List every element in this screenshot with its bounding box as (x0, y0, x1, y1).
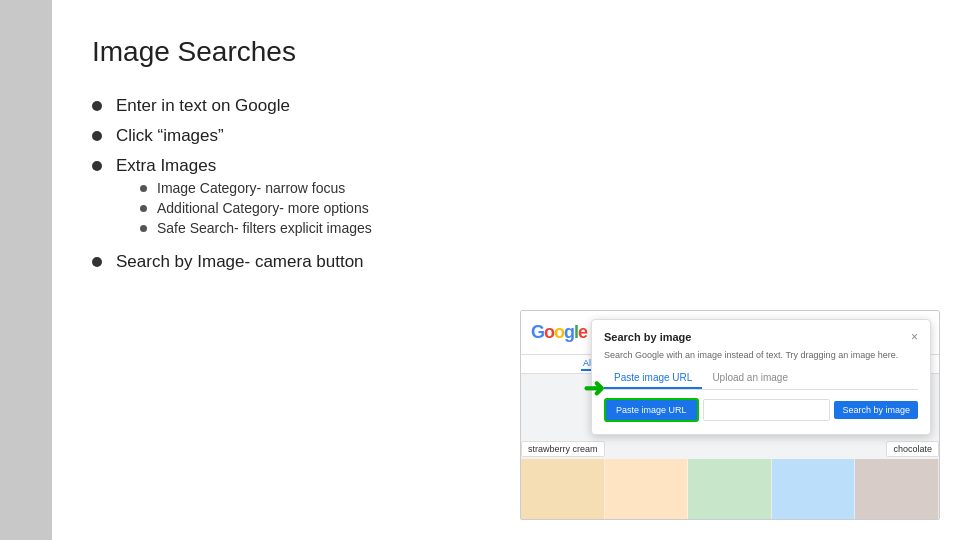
strip-seg-4 (772, 459, 856, 519)
page-title: Image Searches (92, 36, 920, 68)
list-item-2: Click “images” (92, 126, 920, 146)
list-item-3: Extra Images Image Category- narrow focu… (92, 156, 920, 242)
sub-text-1: Image Category- narrow focus (157, 180, 345, 196)
sub-list-item-2: Additional Category- more options (140, 200, 372, 216)
list-item-1: Enter in text on Google (92, 96, 920, 116)
sub-bullet-list: Image Category- narrow focus Additional … (140, 180, 372, 236)
strip-seg-2 (605, 459, 689, 519)
popup-title: Search by image (604, 331, 691, 343)
extra-images-group: Extra Images Image Category- narrow focu… (116, 156, 372, 242)
google-mock: Google strawberry cream All Images News … (521, 311, 939, 519)
popup-tabs: Paste image URL Upload an image (604, 368, 918, 390)
bullet-text-2: Click “images” (116, 126, 224, 146)
strip-seg-1 (521, 459, 605, 519)
strawberry-cream-label: strawberry cream (521, 441, 605, 457)
sub-list-item-3: Safe Search- filters explicit images (140, 220, 372, 236)
chocolate-label: chocolate (886, 441, 939, 457)
paste-image-url-button[interactable]: Paste image URL (604, 398, 699, 422)
sub-dot-2 (140, 205, 147, 212)
bullet-dot-4 (92, 257, 102, 267)
url-input[interactable] (703, 399, 831, 421)
tab-upload-image[interactable]: Upload an image (702, 368, 798, 389)
strip-seg-5 (855, 459, 939, 519)
main-bullet-list: Enter in text on Google Click “images” E… (92, 96, 920, 272)
sub-dot-1 (140, 185, 147, 192)
popup-header: Search by image × (604, 330, 918, 344)
search-by-image-button[interactable]: Search by image (834, 401, 918, 419)
bullet-text-3: Extra Images (116, 156, 216, 175)
sub-text-3: Safe Search- filters explicit images (157, 220, 372, 236)
sub-dot-3 (140, 225, 147, 232)
strawberry-label-text: strawberry cream (528, 444, 598, 454)
search-input-area: Paste image URL Search by image (604, 398, 918, 422)
bullet-dot-3 (92, 161, 102, 171)
bullet-dot-1 (92, 101, 102, 111)
popup-close-button[interactable]: × (911, 330, 918, 344)
main-content: Image Searches Enter in text on Google C… (52, 0, 960, 540)
google-logo: Google (531, 322, 587, 343)
sub-text-2: Additional Category- more options (157, 200, 369, 216)
tab-paste-url[interactable]: Paste image URL (604, 368, 702, 389)
popup-subtitle: Search Google with an image instead of t… (604, 350, 918, 360)
screenshot-area: Google strawberry cream All Images News … (520, 310, 940, 520)
green-arrow-icon: ➜ (583, 373, 605, 404)
list-item-search-by-image: Search by Image- camera button (92, 252, 920, 272)
search-by-image-popup: Search by image × Search Google with an … (591, 319, 931, 435)
bullet-text-1: Enter in text on Google (116, 96, 290, 116)
image-strip (521, 459, 939, 519)
left-sidebar (0, 0, 52, 540)
strip-seg-3 (688, 459, 772, 519)
chocolate-label-text: chocolate (893, 444, 932, 454)
bullet-text-4: Search by Image- camera button (116, 252, 364, 272)
bullet-dot-2 (92, 131, 102, 141)
sub-list-item-1: Image Category- narrow focus (140, 180, 372, 196)
